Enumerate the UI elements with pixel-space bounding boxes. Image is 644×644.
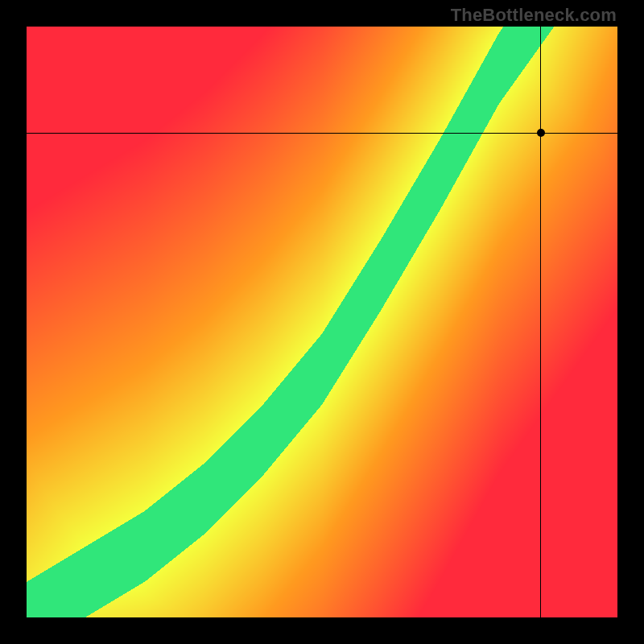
crosshair-vertical bbox=[540, 27, 541, 617]
crosshair-horizontal bbox=[27, 133, 617, 134]
marker-dot bbox=[537, 129, 545, 137]
chart-frame bbox=[27, 27, 617, 617]
watermark-text: TheBottleneck.com bbox=[451, 5, 617, 26]
heatmap-canvas bbox=[27, 27, 617, 617]
